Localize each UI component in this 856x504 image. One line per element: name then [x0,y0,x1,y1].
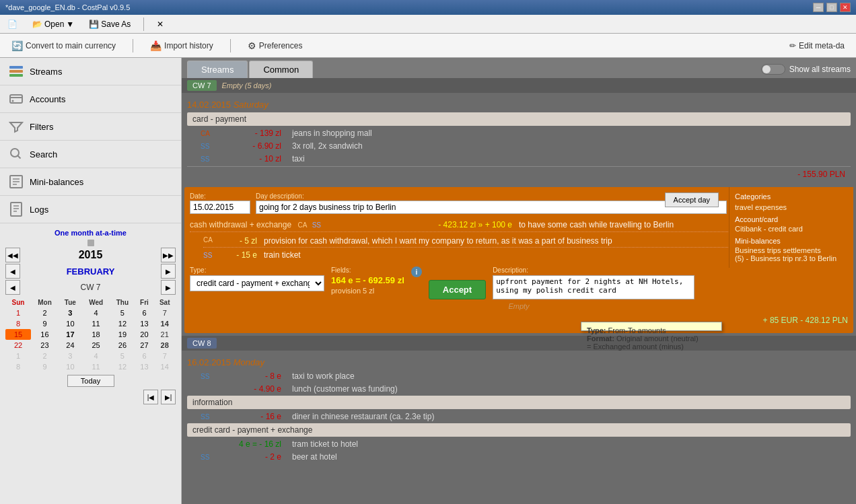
cw8-tx-row-2[interactable]: - 4.90 e lunch (customer was funding) [187,383,851,395]
jump-start-button[interactable]: |◀ [143,390,158,404]
tab-common[interactable]: Common [249,61,313,78]
cw8-tx-row-5[interactable]: SS - 2 e beer at hotel [187,451,851,463]
close-button[interactable]: ✕ [840,3,851,12]
cal-day[interactable]: 24 [59,340,82,351]
day-header-16feb: 16.02.2015 Monday [187,357,851,367]
sidebar-filters-label: Filters [30,122,53,132]
cal-day[interactable]: 6 [135,351,154,361]
next-cw-button[interactable]: ▶ [161,280,176,295]
show-all-toggle[interactable] [761,64,785,75]
cw8-cat-label-cc: credit card - payment + exchange [192,425,845,435]
cal-day[interactable]: 7 [153,351,176,361]
cal-day[interactable]: 8 [5,318,31,329]
cal-day[interactable]: 18 [82,329,110,340]
sidebar-item-mini-balances[interactable]: Mini-balances [0,168,181,196]
cw8-desc-1: taxi to work place [292,371,845,381]
maximize-button[interactable]: □ [826,3,837,12]
close-menu-item[interactable]: ✕ [152,17,168,31]
preferences-button[interactable]: ⚙ Preferences [242,38,309,54]
day-weekday-16feb: Monday [234,357,264,367]
cal-day[interactable]: 3 [59,351,82,361]
today-button[interactable]: Today [67,375,114,387]
cal-day[interactable]: 17 [59,329,82,340]
cal-day[interactable]: 22 [5,340,31,351]
save-as-menu-item[interactable]: 💾 Save As [84,17,135,31]
cal-day[interactable]: 10 [59,361,82,372]
next-month-button[interactable]: ▶ [161,264,176,279]
day-desc-input[interactable] [256,201,727,214]
tx-row-3[interactable]: SS - 10 zl taxi [187,153,851,165]
accept-button[interactable]: Accept [429,280,486,299]
cal-day[interactable]: 14 [153,318,176,329]
sidebar-item-logs[interactable]: Logs [0,196,181,223]
cal-day[interactable]: 25 [82,340,110,351]
cal-day[interactable]: 6 [135,308,154,318]
cal-day[interactable]: 16 [31,329,59,340]
description-textarea[interactable]: upfront payment for 2 nights at NH Hotel… [493,275,694,299]
prev-month-button[interactable]: ◀ [5,264,20,279]
cal-day[interactable]: 11 [82,318,110,329]
cal-day[interactable]: 21 [153,329,176,340]
cal-day[interactable]: 4 [82,351,110,361]
cal-day[interactable]: 20 [135,329,154,340]
next-year-button[interactable]: ▶▶ [161,248,176,262]
cal-day[interactable]: 9 [31,361,59,372]
cal-day[interactable]: 11 [82,361,110,372]
open-menu-item[interactable]: 📂 Open ▼ [28,17,79,31]
cal-day[interactable]: 9 [31,318,59,329]
cal-day[interactable]: 10 [59,318,82,329]
cal-day[interactable]: 14 [153,361,176,372]
day-desc-label: Day description: [256,192,727,200]
cal-day[interactable]: 27 [135,340,154,351]
jump-end-button[interactable]: ▶| [161,390,176,404]
sidebar-item-accounts[interactable]: Accounts [0,85,181,113]
desc-form-group: Description: upfront payment for 2 night… [493,266,848,299]
type-select[interactable]: credit card - payment + exchange cash wi… [190,275,324,291]
cw8-tx-row-1[interactable]: SS - 8 e taxi to work place [187,370,851,382]
tab-streams[interactable]: Streams [187,61,248,78]
cal-day[interactable]: 2 [31,351,59,361]
cal-day[interactable]: 28 [153,340,176,351]
cal-day[interactable]: 13 [135,318,154,329]
date-input[interactable] [190,201,250,214]
cal-day[interactable]: 2 [31,308,59,318]
cal-day[interactable]: 26 [110,340,135,351]
import-history-button[interactable]: 📥 Import history [144,38,219,54]
tx-row-2[interactable]: SS - 6.90 zl 3x roll, 2x sandwich [187,140,851,152]
sidebar-item-streams[interactable]: Streams [0,58,181,85]
cal-day[interactable]: 12 [110,318,135,329]
cal-day[interactable]: 5 [110,308,135,318]
cal-day[interactable]: 7 [153,308,176,318]
prev-year-button[interactable]: ◀◀ [5,248,20,262]
cal-day[interactable]: 23 [31,340,59,351]
accept-day-button[interactable]: Accept day [665,192,719,207]
cal-day[interactable]: 3 [59,308,82,318]
mini-bal-biz-trips: Business trips settlements [735,246,848,254]
cal-day[interactable]: 19 [110,329,135,340]
sidebar-item-search[interactable]: Search [0,141,181,168]
cal-day[interactable]: 12 [110,361,135,372]
sidebar-item-filters[interactable]: Filters [0,113,181,141]
cal-day[interactable]: 1 [5,308,31,318]
tx-row-1[interactable]: CA - 139 zl jeans in shopping mall [187,127,851,139]
orange-block-15feb: Date: Day description: Accept day cash w… [184,187,853,333]
convert-currency-button[interactable]: 🔄 Convert to main currency [5,38,122,54]
cal-day[interactable]: 4 [82,308,110,318]
cw8-tx-row-3[interactable]: SS - 16 e diner in chinese restaurant (c… [187,410,851,423]
cw8-cat-credit-card: credit card - payment + exchange [187,423,851,437]
cal-day[interactable]: 5 [110,351,135,361]
cw8-amount-2: - 4.90 e [214,384,281,394]
cal-day[interactable]: 8 [5,361,31,372]
cal-day-today[interactable]: 15 [5,329,31,340]
toolbar-separator-1 [133,39,133,52]
edit-meta-button[interactable]: ✏ Edit meta-da [783,38,851,53]
minimize-button[interactable]: ─ [813,3,824,12]
prev-cw-button[interactable]: ◀ [5,280,20,295]
show-all-streams-container: Show all streams [761,64,851,75]
new-menu-item[interactable]: 📄 [3,17,22,31]
info-icon[interactable]: i [411,266,422,277]
cal-day[interactable]: 1 [5,351,31,361]
cw8-cat-label-info: information [192,398,845,407]
cal-day[interactable]: 13 [135,361,154,372]
cw8-tx-row-4[interactable]: 4 e = - 16 zl tram ticket to hotel [187,438,851,450]
